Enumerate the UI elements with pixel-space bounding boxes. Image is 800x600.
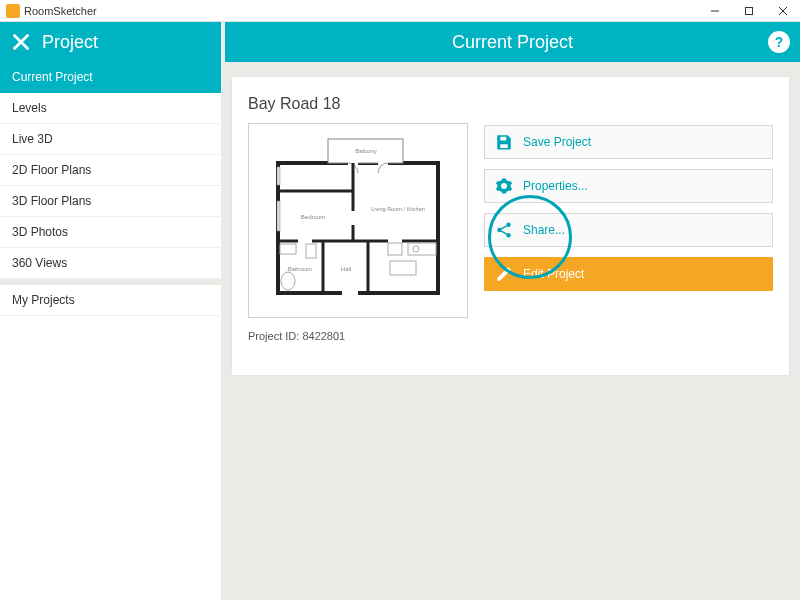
sidebar-item-label: 2D Floor Plans xyxy=(12,163,91,177)
sidebar-item-3d-floor-plans[interactable]: 3D Floor Plans xyxy=(0,186,221,217)
sidebar-item-label: My Projects xyxy=(12,293,75,307)
share-icon xyxy=(495,221,513,239)
help-icon: ? xyxy=(775,34,784,50)
window-close-button[interactable] xyxy=(766,0,800,22)
floorplan-column: Balcony xyxy=(248,123,468,342)
svg-rect-6 xyxy=(278,163,438,293)
sidebar-item-360-views[interactable]: 360 Views xyxy=(0,248,221,279)
sidebar-header: Project xyxy=(0,22,225,62)
sidebar-item-label: Current Project xyxy=(12,70,93,84)
window-titlebar: RoomSketcher xyxy=(0,0,800,22)
action-label: Share... xyxy=(523,223,565,237)
svg-rect-32 xyxy=(277,167,280,185)
sidebar-item-label: 3D Floor Plans xyxy=(12,194,91,208)
sidebar-item-levels[interactable]: Levels xyxy=(0,93,221,124)
svg-text:Living Room / Kitchen: Living Room / Kitchen xyxy=(371,206,425,212)
main-area: Current Project ? Bay Road 18 xyxy=(225,22,800,600)
pencil-icon xyxy=(495,265,513,283)
sidebar-item-current-project[interactable]: Current Project xyxy=(0,62,221,93)
sidebar-item-my-projects[interactable]: My Projects xyxy=(0,285,221,316)
content: Bay Road 18 Balcony xyxy=(225,62,800,600)
svg-rect-31 xyxy=(277,201,280,231)
edit-project-button[interactable]: Edit Project xyxy=(484,257,773,291)
save-icon xyxy=(495,133,513,151)
properties-button[interactable]: Properties... xyxy=(484,169,773,203)
svg-point-35 xyxy=(506,233,511,238)
sidebar-item-live-3d[interactable]: Live 3D xyxy=(0,124,221,155)
help-button[interactable]: ? xyxy=(768,31,790,53)
action-label: Properties... xyxy=(523,179,588,193)
svg-text:Hall: Hall xyxy=(341,266,351,272)
project-title: Bay Road 18 xyxy=(248,95,773,113)
sidebar-item-label: 360 Views xyxy=(12,256,67,270)
window-maximize-button[interactable] xyxy=(732,0,766,22)
sidebar-close-icon[interactable] xyxy=(10,31,32,53)
maximize-icon xyxy=(744,6,754,16)
action-label: Edit Project xyxy=(523,267,584,281)
svg-point-34 xyxy=(506,223,511,228)
sidebar-title: Project xyxy=(42,32,98,53)
floorplan-thumbnail[interactable]: Balcony xyxy=(248,123,468,318)
app-title: RoomSketcher xyxy=(24,5,97,17)
svg-text:Bedroom: Bedroom xyxy=(301,214,325,220)
sidebar-item-label: 3D Photos xyxy=(12,225,68,239)
app-icon xyxy=(6,4,20,18)
actions-column: Save Project Properties... xyxy=(484,125,773,291)
save-project-button[interactable]: Save Project xyxy=(484,125,773,159)
sidebar-item-label: Levels xyxy=(12,101,47,115)
floorplan-icon: Balcony xyxy=(258,131,458,311)
gear-icon xyxy=(495,177,513,195)
close-icon xyxy=(778,6,788,16)
action-label: Save Project xyxy=(523,135,591,149)
svg-text:Bathroom: Bathroom xyxy=(288,266,312,272)
project-id-label: Project ID: 8422801 xyxy=(248,330,468,342)
sidebar-item-2d-floor-plans[interactable]: 2D Floor Plans xyxy=(0,155,221,186)
svg-text:Balcony: Balcony xyxy=(355,148,376,154)
project-card: Bay Road 18 Balcony xyxy=(231,76,790,376)
window-minimize-button[interactable] xyxy=(698,0,732,22)
share-button[interactable]: Share... xyxy=(484,213,773,247)
sidebar: Project Current Project Levels Live 3D 2… xyxy=(0,22,225,600)
minimize-icon xyxy=(710,6,720,16)
main-header: Current Project ? xyxy=(225,22,800,62)
sidebar-list: Current Project Levels Live 3D 2D Floor … xyxy=(0,62,221,600)
sidebar-item-label: Live 3D xyxy=(12,132,53,146)
sidebar-item-3d-photos[interactable]: 3D Photos xyxy=(0,217,221,248)
page-title: Current Project xyxy=(239,32,786,53)
svg-rect-1 xyxy=(746,7,753,14)
